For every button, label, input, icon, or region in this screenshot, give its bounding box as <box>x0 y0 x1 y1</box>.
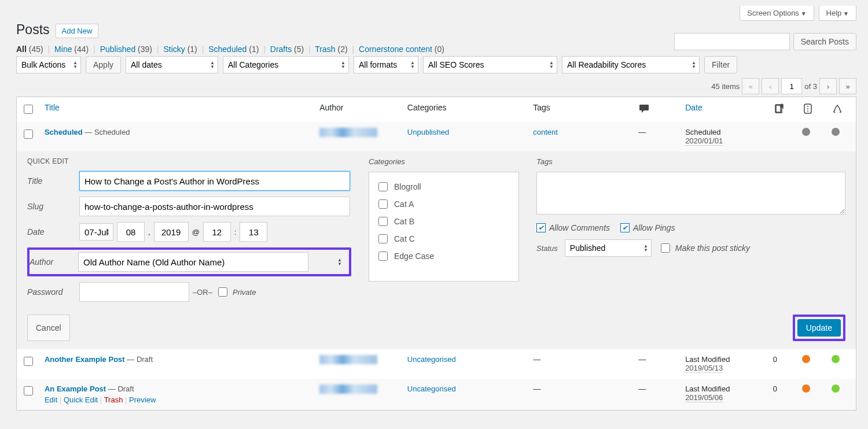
category-checkbox[interactable] <box>378 182 388 191</box>
add-new-button[interactable]: Add New <box>56 24 99 38</box>
date-min-input[interactable] <box>240 222 267 242</box>
first-page-button[interactable]: « <box>742 78 759 94</box>
select-row-checkbox[interactable] <box>24 386 33 395</box>
date-label: Last Modified <box>685 355 730 364</box>
category-checkbox[interactable] <box>378 234 388 243</box>
category-checkbox[interactable] <box>378 252 388 261</box>
categories-heading: Categories <box>369 157 519 166</box>
next-page-button[interactable]: › <box>819 78 837 94</box>
status-select[interactable]: Published <box>565 239 652 257</box>
table-row: An Example Post — Draft Edit | Quick Edi… <box>17 379 856 410</box>
post-category-link[interactable]: Uncategorised <box>407 384 456 393</box>
private-checkbox[interactable] <box>218 287 227 297</box>
post-category-link[interactable]: Uncategorised <box>407 355 456 364</box>
action-trash[interactable]: Trash <box>104 395 123 404</box>
view-drafts[interactable]: Drafts <box>270 45 292 54</box>
post-author-link[interactable] <box>319 384 377 394</box>
filter-button[interactable]: Filter <box>704 56 737 73</box>
comment-dash: — <box>638 128 646 136</box>
seo-score-dot <box>832 384 840 393</box>
cancel-button[interactable]: Cancel <box>27 315 70 341</box>
svg-point-1 <box>807 106 808 107</box>
password-input[interactable] <box>79 282 189 302</box>
sticky-checkbox[interactable] <box>661 243 670 253</box>
post-title-link[interactable]: Another Example Post <box>45 355 125 364</box>
author-select[interactable]: Old Author Name (Old Author Name) <box>78 252 308 272</box>
bulk-actions-select[interactable]: Bulk Actions <box>16 56 81 73</box>
post-tag-link[interactable]: content <box>533 128 558 136</box>
categories-box[interactable]: Blogroll Cat A Cat B Cat C Edge Case <box>369 172 519 282</box>
readability-score-dot <box>802 355 810 363</box>
select-all-checkbox[interactable] <box>24 105 33 114</box>
last-page-button[interactable]: » <box>839 78 856 94</box>
post-author-link[interactable] <box>319 128 377 137</box>
search-posts-button[interactable]: Search Posts <box>793 33 856 50</box>
tags-heading: Tags <box>536 157 845 166</box>
screen-options-tab[interactable]: Screen Options <box>740 6 814 21</box>
categories-select[interactable]: All Categories <box>223 56 349 73</box>
date-value: 2019/05/13 <box>685 364 723 373</box>
dates-select[interactable]: All dates <box>126 56 218 73</box>
date-year-input[interactable] <box>154 222 189 242</box>
select-row-checkbox[interactable] <box>24 357 33 366</box>
column-outgoing-links-icon <box>768 97 798 123</box>
post-title-link[interactable]: Scheduled <box>45 128 83 136</box>
category-checkbox[interactable] <box>378 199 388 209</box>
update-button[interactable]: Update <box>797 319 841 336</box>
table-row: Scheduled — Scheduled Unpublished conten… <box>17 122 856 151</box>
quick-edit-heading: QUICK EDIT <box>27 157 351 165</box>
action-edit[interactable]: Edit <box>45 395 57 404</box>
seo-select[interactable]: All SEO Scores <box>423 56 557 73</box>
apply-button[interactable]: Apply <box>86 56 121 73</box>
post-category-link[interactable]: Unpublished <box>407 128 449 136</box>
date-label: Scheduled <box>685 128 720 136</box>
slug-input[interactable] <box>79 197 350 216</box>
tags-textarea[interactable] <box>536 172 845 214</box>
search-input[interactable] <box>674 33 790 50</box>
select-row-checkbox[interactable] <box>24 130 33 139</box>
view-published[interactable]: Published <box>100 45 136 54</box>
prev-page-button[interactable]: ‹ <box>762 78 779 94</box>
date-value: 2019/05/06 <box>685 393 723 402</box>
allow-comments-checkbox[interactable] <box>536 223 546 232</box>
post-author-link[interactable] <box>319 355 377 364</box>
date-month-select[interactable]: 07-Jul <box>79 223 113 241</box>
readability-score-dot <box>802 384 810 393</box>
column-readability-icon <box>797 97 827 123</box>
view-trash[interactable]: Trash <box>315 45 335 54</box>
title-input[interactable] <box>79 171 350 191</box>
column-date[interactable]: Date <box>685 103 703 112</box>
pagination: 45 items « ‹ of 3 › » <box>16 73 856 97</box>
svg-point-2 <box>807 108 808 109</box>
column-comments-icon[interactable] <box>634 97 681 123</box>
date-day-input[interactable] <box>117 222 145 242</box>
date-label: Last Modified <box>685 384 730 393</box>
page-title: Posts <box>16 22 50 38</box>
of-total-label: of 3 <box>804 82 817 91</box>
total-items-label: 45 items <box>711 82 740 91</box>
date-hour-input[interactable] <box>203 222 231 242</box>
seo-score-dot <box>832 128 840 136</box>
column-title[interactable]: Title <box>45 103 60 112</box>
view-cornerstone[interactable]: Cornerstone content <box>359 45 432 54</box>
comment-dash: — <box>638 384 646 393</box>
formats-select[interactable]: All formats <box>354 56 418 73</box>
view-scheduled[interactable]: Scheduled <box>208 45 247 54</box>
allow-pings-checkbox[interactable] <box>620 223 630 232</box>
current-page-input[interactable] <box>781 78 802 94</box>
action-preview[interactable]: Preview <box>129 395 156 404</box>
view-mine[interactable]: Mine <box>54 45 72 54</box>
slug-label: Slug <box>27 202 76 211</box>
readability-select[interactable]: All Readability Scores <box>562 56 700 73</box>
post-tag-dash: — <box>533 355 540 364</box>
category-checkbox[interactable] <box>378 217 388 226</box>
post-tag-dash: — <box>533 384 540 393</box>
num-value: 0 <box>773 384 777 393</box>
help-tab[interactable]: Help <box>819 6 856 21</box>
view-sticky[interactable]: Sticky <box>163 45 185 54</box>
action-quick-edit[interactable]: Quick Edit <box>64 395 98 404</box>
view-all[interactable]: All <box>16 45 27 54</box>
status-label: Status <box>536 244 558 253</box>
password-label: Password <box>27 287 76 297</box>
post-title-link[interactable]: An Example Post <box>45 384 106 393</box>
